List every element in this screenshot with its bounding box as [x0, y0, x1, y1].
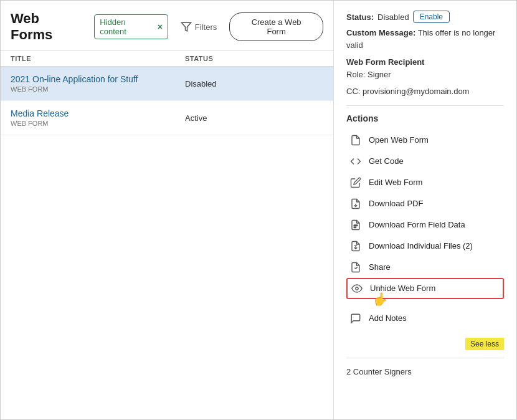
action-label: Add Notes — [369, 313, 407, 323]
svg-rect-2 — [354, 225, 358, 226]
cc-label: CC: — [346, 87, 360, 96]
download-individual-icon — [349, 241, 363, 252]
right-panel: Status: Disabled Enable Custom Message: … — [334, 1, 516, 419]
action-download-pdf[interactable]: Download PDF — [346, 193, 504, 214]
recipient-label: Web Form Recipient — [346, 56, 504, 69]
col-status-header: STATUS — [185, 55, 213, 62]
action-label: Unhide Web Form — [370, 284, 435, 293]
status-value: Disabled — [377, 12, 409, 22]
filters-label: Filters — [195, 22, 217, 32]
see-less-container: See less — [346, 335, 504, 350]
row-subtitle: WEB FORM — [11, 120, 185, 127]
counter-signers: 2 Counter Signers — [346, 367, 504, 376]
recipient-block: Web Form Recipient Role: Signer — [346, 56, 504, 80]
custom-message-label: Custom Message: — [346, 28, 415, 37]
cc-block: CC: provisioning@mydomain.dom — [346, 85, 504, 98]
row-status: Disabled — [185, 79, 217, 88]
filter-tag-label: Hidden content — [100, 17, 153, 36]
filter-icon — [181, 21, 192, 32]
filter-tag[interactable]: Hidden content × — [94, 14, 168, 39]
action-share[interactable]: Share — [346, 257, 504, 278]
action-add-notes[interactable]: Add Notes — [346, 308, 504, 329]
role-label: Role: — [346, 70, 365, 79]
svg-rect-3 — [354, 227, 356, 228]
see-less-button[interactable]: See less — [465, 338, 504, 350]
filter-tag-close[interactable]: × — [158, 22, 163, 32]
svg-point-6 — [356, 287, 359, 290]
code-icon — [349, 156, 363, 167]
cc-value: provisioning@mydomain.dom — [363, 87, 469, 96]
action-open-web-form[interactable]: Open Web Form — [346, 130, 504, 151]
doc-icon — [349, 135, 363, 146]
action-label: Open Web Form — [369, 135, 429, 145]
create-web-form-button[interactable]: Create a Web Form — [229, 12, 323, 41]
download-form-field-icon — [349, 219, 363, 231]
row-title: Media Release — [11, 108, 185, 118]
action-download-form-field-data[interactable]: Download Form Field Data — [346, 214, 504, 236]
row-status: Active — [185, 113, 207, 123]
role-value: Signer — [368, 70, 391, 79]
cursor-hand-icon: 👆 — [372, 292, 388, 307]
action-label: Download Individual Files (2) — [369, 241, 473, 251]
row-title: 2021 On-line Application for Stuff — [11, 74, 185, 84]
action-label: Download PDF — [369, 199, 423, 208]
table-body: 2021 On-line Application for Stuff WEB F… — [1, 67, 333, 419]
table-row[interactable]: Media Release WEB FORM Active — [1, 101, 333, 135]
action-label: Get Code — [369, 156, 404, 166]
pencil-icon — [349, 177, 363, 188]
divider — [346, 105, 504, 106]
row-left: 2021 On-line Application for Stuff WEB F… — [11, 74, 185, 93]
divider-bottom — [346, 358, 504, 358]
download-pdf-icon — [349, 198, 363, 209]
row-subtitle: WEB FORM — [11, 85, 185, 93]
share-icon — [349, 262, 363, 273]
svg-marker-0 — [181, 22, 191, 31]
action-label: Download Form Field Data — [369, 220, 465, 229]
action-label: Edit Web Form — [369, 178, 422, 187]
action-get-code[interactable]: Get Code — [346, 151, 504, 172]
row-left: Media Release WEB FORM — [11, 108, 185, 127]
filters-button[interactable]: Filters — [176, 19, 222, 35]
role-line: Role: Signer — [346, 69, 504, 81]
action-label: Share — [369, 262, 391, 272]
action-download-individual-files[interactable]: Download Individual Files (2) — [346, 236, 504, 257]
actions-title: Actions — [346, 113, 504, 123]
status-label: Status: — [346, 12, 374, 22]
eye-icon — [350, 283, 364, 294]
left-panel: Web Forms Hidden content × Filters Creat… — [1, 1, 334, 419]
page-title: Web Forms — [11, 11, 84, 43]
left-header: Web Forms Hidden content × Filters Creat… — [1, 1, 333, 50]
col-title-header: TITLE — [11, 55, 185, 62]
custom-message-block: Custom Message: This offer is no longer … — [346, 27, 504, 51]
enable-button[interactable]: Enable — [413, 11, 450, 23]
chat-icon — [349, 313, 363, 324]
table-header: TITLE STATUS — [1, 50, 333, 67]
table-row[interactable]: 2021 On-line Application for Stuff WEB F… — [1, 67, 333, 101]
status-line: Status: Disabled Enable — [346, 11, 504, 23]
action-unhide-web-form[interactable]: Unhide Web Form 👆 — [346, 278, 504, 299]
action-edit-web-form[interactable]: Edit Web Form — [346, 172, 504, 193]
